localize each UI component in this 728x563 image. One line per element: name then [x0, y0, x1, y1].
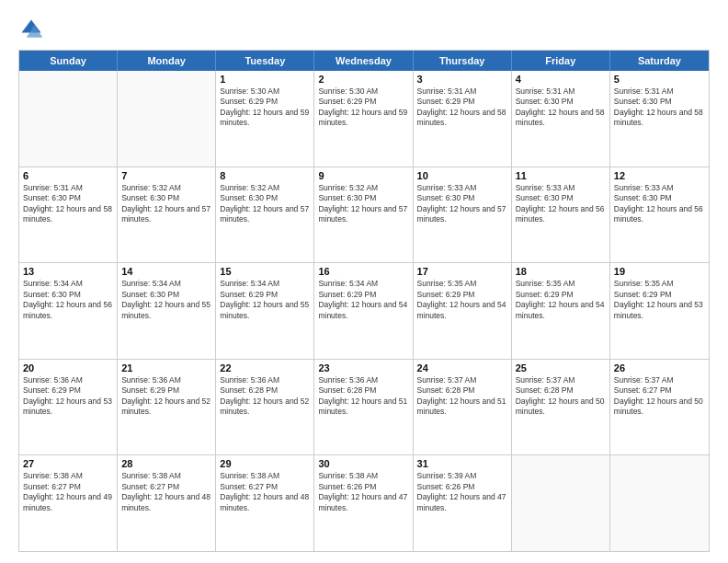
header — [18, 17, 710, 42]
calendar-cell — [512, 455, 610, 551]
weekday-header: Wednesday — [314, 51, 413, 71]
calendar-cell: 4Sunrise: 5:31 AM Sunset: 6:30 PM Daylig… — [512, 71, 610, 167]
cell-info: Sunrise: 5:36 AM Sunset: 6:29 PM Dayligh… — [23, 375, 113, 418]
day-number: 6 — [23, 170, 113, 181]
day-number: 20 — [23, 362, 113, 373]
calendar-cell: 28Sunrise: 5:38 AM Sunset: 6:27 PM Dayli… — [118, 455, 216, 551]
cell-info: Sunrise: 5:31 AM Sunset: 6:29 PM Dayligh… — [417, 86, 507, 129]
calendar-cell: 9Sunrise: 5:32 AM Sunset: 6:30 PM Daylig… — [314, 167, 413, 263]
day-number: 11 — [516, 170, 606, 181]
cell-info: Sunrise: 5:32 AM Sunset: 6:30 PM Dayligh… — [318, 183, 408, 225]
cell-info: Sunrise: 5:35 AM Sunset: 6:29 PM Dayligh… — [614, 279, 705, 321]
cell-info: Sunrise: 5:38 AM Sunset: 6:27 PM Dayligh… — [121, 471, 211, 513]
cell-info: Sunrise: 5:30 AM Sunset: 6:29 PM Dayligh… — [318, 86, 408, 129]
cell-info: Sunrise: 5:35 AM Sunset: 6:29 PM Dayligh… — [516, 279, 606, 321]
cell-info: Sunrise: 5:38 AM Sunset: 6:27 PM Dayligh… — [220, 471, 310, 513]
weekday-header: Friday — [512, 51, 610, 71]
calendar-cell: 15Sunrise: 5:34 AM Sunset: 6:29 PM Dayli… — [216, 263, 314, 359]
cell-info: Sunrise: 5:31 AM Sunset: 6:30 PM Dayligh… — [614, 86, 705, 129]
calendar: SundayMondayTuesdayWednesdayThursdayFrid… — [18, 50, 710, 552]
day-number: 28 — [121, 458, 211, 469]
day-number: 17 — [417, 266, 507, 277]
calendar-cell: 30Sunrise: 5:38 AM Sunset: 6:26 PM Dayli… — [314, 455, 413, 551]
cell-info: Sunrise: 5:33 AM Sunset: 6:30 PM Dayligh… — [516, 183, 606, 225]
calendar-cell: 29Sunrise: 5:38 AM Sunset: 6:27 PM Dayli… — [216, 455, 314, 551]
cell-info: Sunrise: 5:36 AM Sunset: 6:28 PM Dayligh… — [220, 375, 310, 418]
calendar-cell: 23Sunrise: 5:36 AM Sunset: 6:28 PM Dayli… — [314, 360, 413, 455]
calendar-cell: 17Sunrise: 5:35 AM Sunset: 6:29 PM Dayli… — [414, 263, 512, 359]
day-number: 30 — [318, 458, 408, 469]
cell-info: Sunrise: 5:31 AM Sunset: 6:30 PM Dayligh… — [23, 183, 113, 225]
cell-info: Sunrise: 5:33 AM Sunset: 6:30 PM Dayligh… — [417, 183, 507, 225]
weekday-header: Monday — [118, 51, 216, 71]
calendar-row: 20Sunrise: 5:36 AM Sunset: 6:29 PM Dayli… — [19, 359, 709, 455]
calendar-cell: 19Sunrise: 5:35 AM Sunset: 6:29 PM Dayli… — [610, 263, 709, 359]
day-number: 22 — [220, 362, 310, 373]
calendar-cell — [610, 455, 709, 551]
cell-info: Sunrise: 5:34 AM Sunset: 6:29 PM Dayligh… — [220, 279, 310, 321]
day-number: 16 — [318, 266, 408, 277]
calendar-cell: 27Sunrise: 5:38 AM Sunset: 6:27 PM Dayli… — [19, 455, 118, 551]
calendar-cell: 6Sunrise: 5:31 AM Sunset: 6:30 PM Daylig… — [19, 167, 118, 263]
cell-info: Sunrise: 5:38 AM Sunset: 6:27 PM Dayligh… — [23, 471, 113, 513]
page: SundayMondayTuesdayWednesdayThursdayFrid… — [0, 0, 728, 563]
calendar-row: 6Sunrise: 5:31 AM Sunset: 6:30 PM Daylig… — [19, 167, 709, 263]
cell-info: Sunrise: 5:38 AM Sunset: 6:26 PM Dayligh… — [318, 471, 408, 513]
calendar-cell: 13Sunrise: 5:34 AM Sunset: 6:30 PM Dayli… — [19, 263, 118, 359]
day-number: 3 — [417, 74, 507, 85]
day-number: 14 — [121, 266, 211, 277]
day-number: 8 — [220, 170, 310, 181]
cell-info: Sunrise: 5:36 AM Sunset: 6:28 PM Dayligh… — [318, 375, 408, 418]
calendar-cell — [19, 71, 118, 167]
day-number: 10 — [417, 170, 507, 181]
weekday-header: Tuesday — [216, 51, 314, 71]
day-number: 2 — [318, 74, 408, 85]
calendar-cell: 24Sunrise: 5:37 AM Sunset: 6:28 PM Dayli… — [414, 360, 512, 455]
calendar-header: SundayMondayTuesdayWednesdayThursdayFrid… — [19, 51, 709, 71]
logo — [18, 17, 48, 42]
day-number: 12 — [614, 170, 705, 181]
day-number: 24 — [417, 362, 507, 373]
calendar-cell: 14Sunrise: 5:34 AM Sunset: 6:30 PM Dayli… — [118, 263, 216, 359]
calendar-cell: 18Sunrise: 5:35 AM Sunset: 6:29 PM Dayli… — [512, 263, 610, 359]
cell-info: Sunrise: 5:39 AM Sunset: 6:26 PM Dayligh… — [417, 471, 507, 513]
day-number: 21 — [121, 362, 211, 373]
day-number: 13 — [23, 266, 113, 277]
day-number: 9 — [318, 170, 408, 181]
cell-info: Sunrise: 5:37 AM Sunset: 6:28 PM Dayligh… — [417, 375, 507, 418]
day-number: 31 — [417, 458, 507, 469]
cell-info: Sunrise: 5:36 AM Sunset: 6:29 PM Dayligh… — [121, 375, 211, 418]
calendar-cell: 20Sunrise: 5:36 AM Sunset: 6:29 PM Dayli… — [19, 360, 118, 455]
cell-info: Sunrise: 5:33 AM Sunset: 6:30 PM Dayligh… — [614, 183, 705, 225]
calendar-cell — [118, 71, 216, 167]
calendar-cell: 11Sunrise: 5:33 AM Sunset: 6:30 PM Dayli… — [512, 167, 610, 263]
day-number: 5 — [614, 74, 705, 85]
calendar-cell: 2Sunrise: 5:30 AM Sunset: 6:29 PM Daylig… — [314, 71, 413, 167]
cell-info: Sunrise: 5:32 AM Sunset: 6:30 PM Dayligh… — [121, 183, 211, 225]
weekday-header: Thursday — [414, 51, 512, 71]
calendar-row: 1Sunrise: 5:30 AM Sunset: 6:29 PM Daylig… — [19, 71, 709, 167]
cell-info: Sunrise: 5:30 AM Sunset: 6:29 PM Dayligh… — [220, 86, 310, 129]
day-number: 29 — [220, 458, 310, 469]
calendar-cell: 22Sunrise: 5:36 AM Sunset: 6:28 PM Dayli… — [216, 360, 314, 455]
calendar-cell: 21Sunrise: 5:36 AM Sunset: 6:29 PM Dayli… — [118, 360, 216, 455]
calendar-cell: 3Sunrise: 5:31 AM Sunset: 6:29 PM Daylig… — [414, 71, 512, 167]
calendar-cell: 7Sunrise: 5:32 AM Sunset: 6:30 PM Daylig… — [118, 167, 216, 263]
cell-info: Sunrise: 5:34 AM Sunset: 6:30 PM Dayligh… — [121, 279, 211, 321]
logo-icon — [18, 17, 44, 42]
day-number: 1 — [220, 74, 310, 85]
calendar-row: 27Sunrise: 5:38 AM Sunset: 6:27 PM Dayli… — [19, 454, 709, 551]
cell-info: Sunrise: 5:35 AM Sunset: 6:29 PM Dayligh… — [417, 279, 507, 321]
weekday-header: Sunday — [19, 51, 118, 71]
day-number: 18 — [516, 266, 606, 277]
day-number: 26 — [614, 362, 705, 373]
cell-info: Sunrise: 5:31 AM Sunset: 6:30 PM Dayligh… — [516, 86, 606, 129]
calendar-cell: 12Sunrise: 5:33 AM Sunset: 6:30 PM Dayli… — [610, 167, 709, 263]
day-number: 4 — [516, 74, 606, 85]
cell-info: Sunrise: 5:32 AM Sunset: 6:30 PM Dayligh… — [220, 183, 310, 225]
day-number: 25 — [516, 362, 606, 373]
calendar-cell: 26Sunrise: 5:37 AM Sunset: 6:27 PM Dayli… — [610, 360, 709, 455]
cell-info: Sunrise: 5:37 AM Sunset: 6:28 PM Dayligh… — [516, 375, 606, 418]
calendar-cell: 10Sunrise: 5:33 AM Sunset: 6:30 PM Dayli… — [414, 167, 512, 263]
day-number: 23 — [318, 362, 408, 373]
